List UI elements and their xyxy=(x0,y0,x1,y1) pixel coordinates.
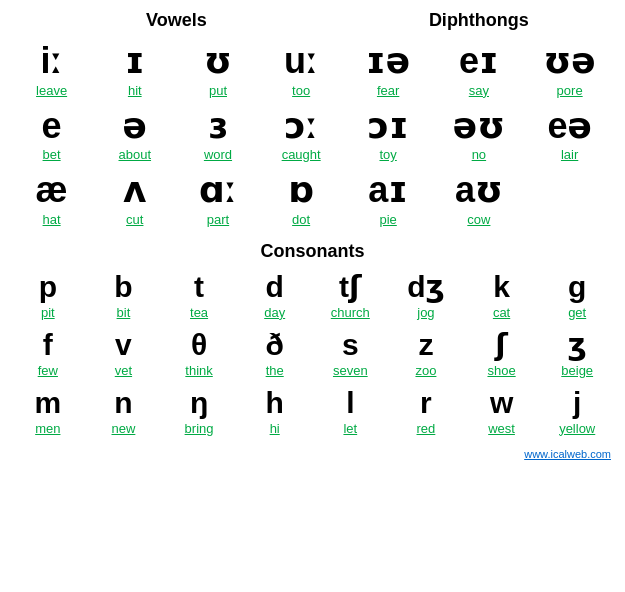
vowel-cell: ɑː part xyxy=(176,166,259,231)
phoneme-symbol: ɪ xyxy=(125,41,145,81)
phoneme-word: pie xyxy=(379,212,396,227)
phoneme-symbol: n xyxy=(114,386,132,419)
consonant-cell: d day xyxy=(237,266,313,324)
phoneme-symbol: tʃ xyxy=(339,270,361,303)
consonant-cell: ŋ bring xyxy=(161,382,237,440)
phoneme-word: about xyxy=(119,147,152,162)
phoneme-word: lair xyxy=(561,147,578,162)
phoneme-word: pore xyxy=(557,83,583,98)
phoneme-word: seven xyxy=(333,363,368,378)
phoneme-symbol: uː xyxy=(284,41,318,81)
consonants-section: Consonants p pit b bit t tea d day tʃ ch… xyxy=(10,241,615,440)
diphthong-cell: əʊ no xyxy=(434,102,525,167)
phoneme-symbol: ʊ xyxy=(204,41,232,81)
website-footer: www.icalweb.com xyxy=(10,448,615,460)
phoneme-symbol: ɑː xyxy=(199,170,237,210)
consonant-cell: r red xyxy=(388,382,464,440)
consonant-cell: θ think xyxy=(161,324,237,382)
diphthong-cell: eɪ say xyxy=(434,37,525,102)
phoneme-symbol: ʃ xyxy=(495,328,507,361)
consonant-cell: ð the xyxy=(237,324,313,382)
phoneme-symbol: w xyxy=(490,386,513,419)
phoneme-word: bit xyxy=(117,305,131,320)
phoneme-word: too xyxy=(292,83,310,98)
top-sections: Vowels iː leave ɪ hit ʊ put uː too e bet… xyxy=(10,10,615,231)
phoneme-symbol: s xyxy=(342,328,359,361)
consonants-title: Consonants xyxy=(10,241,615,262)
phoneme-symbol: θ xyxy=(191,328,207,361)
consonant-cell: g get xyxy=(539,266,615,324)
vowel-cell: e bet xyxy=(10,102,93,167)
phoneme-word: cow xyxy=(467,212,490,227)
consonant-cell: ʒ beige xyxy=(539,324,615,382)
phoneme-word: caught xyxy=(282,147,321,162)
diphthong-cell: ɪə fear xyxy=(343,37,434,102)
phoneme-word: vet xyxy=(115,363,132,378)
phoneme-symbol: ɔː xyxy=(284,106,317,146)
phoneme-symbol: j xyxy=(573,386,581,419)
phoneme-word: put xyxy=(209,83,227,98)
phoneme-symbol: ɔɪ xyxy=(368,106,409,146)
phoneme-word: hi xyxy=(270,421,280,436)
phoneme-word: red xyxy=(417,421,436,436)
phoneme-word: say xyxy=(469,83,489,98)
phoneme-word: pit xyxy=(41,305,55,320)
phoneme-symbol: l xyxy=(346,386,354,419)
consonant-cell: k cat xyxy=(464,266,540,324)
consonant-cell: p pit xyxy=(10,266,86,324)
consonant-cell: j yellow xyxy=(539,382,615,440)
phoneme-word: few xyxy=(38,363,58,378)
phoneme-symbol: ə xyxy=(123,106,147,146)
vowel-cell: ɜ word xyxy=(176,102,259,167)
phoneme-word: get xyxy=(568,305,586,320)
vowel-cell: ʊ put xyxy=(176,37,259,102)
phoneme-symbol: m xyxy=(34,386,61,419)
phoneme-word: let xyxy=(343,421,357,436)
consonant-cell: z zoo xyxy=(388,324,464,382)
phoneme-symbol: iː xyxy=(41,41,63,81)
phoneme-symbol: t xyxy=(194,270,204,303)
phoneme-symbol: b xyxy=(114,270,132,303)
phoneme-word: dot xyxy=(292,212,310,227)
phoneme-word: day xyxy=(264,305,285,320)
phoneme-word: cat xyxy=(493,305,510,320)
diphthong-cell: aɪ pie xyxy=(343,166,434,231)
vowel-cell: ɔː caught xyxy=(260,102,343,167)
phoneme-symbol: ʌ xyxy=(123,170,146,210)
phoneme-word: beige xyxy=(561,363,593,378)
phoneme-symbol: e xyxy=(42,106,62,146)
phoneme-symbol: ɒ xyxy=(288,170,314,210)
vowel-cell: ɪ hit xyxy=(93,37,176,102)
consonant-cell: s seven xyxy=(313,324,389,382)
phoneme-symbol: z xyxy=(418,328,433,361)
phoneme-word: new xyxy=(112,421,136,436)
phoneme-symbol: v xyxy=(115,328,132,361)
phoneme-word: zoo xyxy=(415,363,436,378)
phoneme-symbol: eə xyxy=(547,106,591,146)
phoneme-symbol: p xyxy=(39,270,57,303)
vowel-cell: æ hat xyxy=(10,166,93,231)
phoneme-symbol: ŋ xyxy=(190,386,208,419)
phoneme-symbol: f xyxy=(43,328,53,361)
phoneme-word: hat xyxy=(43,212,61,227)
phoneme-word: the xyxy=(266,363,284,378)
phoneme-word: think xyxy=(185,363,212,378)
phoneme-word: toy xyxy=(379,147,396,162)
consonant-cell: b bit xyxy=(86,266,162,324)
consonant-cell: dʒ jog xyxy=(388,266,464,324)
phoneme-word: west xyxy=(488,421,515,436)
phoneme-symbol: h xyxy=(266,386,284,419)
phoneme-symbol: g xyxy=(568,270,586,303)
phoneme-word: jog xyxy=(417,305,434,320)
phoneme-symbol: aʊ xyxy=(455,170,503,210)
phoneme-word: fear xyxy=(377,83,399,98)
consonant-cell: f few xyxy=(10,324,86,382)
vowel-cell: ʌ cut xyxy=(93,166,176,231)
phoneme-symbol: r xyxy=(420,386,432,419)
phoneme-word: church xyxy=(331,305,370,320)
website-link[interactable]: www.icalweb.com xyxy=(524,448,611,460)
phoneme-symbol: ð xyxy=(266,328,284,361)
phoneme-word: bet xyxy=(43,147,61,162)
diphthong-cell: aʊ cow xyxy=(434,166,525,231)
phoneme-symbol: æ xyxy=(36,170,68,210)
